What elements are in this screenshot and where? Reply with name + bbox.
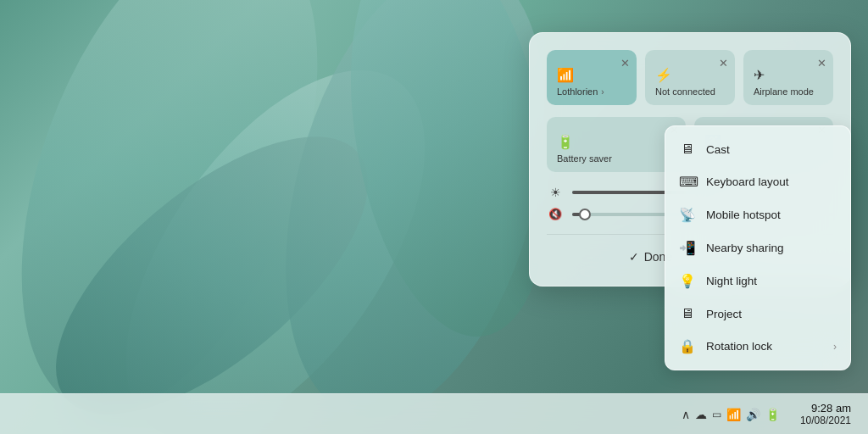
night-label: Night light	[706, 275, 757, 287]
tray-volume-icon: 🔊	[746, 408, 760, 421]
volume-icon: 🔇	[547, 208, 564, 220]
dropdown-item-night[interactable]: 💡 Night light	[665, 264, 850, 298]
battery-label: Battery saver	[557, 153, 676, 164]
dropdown-item-project[interactable]: 🖥 Project	[665, 298, 850, 330]
hotspot-label: Mobile hotspot	[706, 209, 781, 221]
dropdown-item-nearby[interactable]: 📲 Nearby sharing	[665, 231, 850, 264]
bluetooth-icon: ⚡	[655, 67, 725, 83]
tray-battery-icon: 🔋	[765, 408, 780, 421]
bt-pin-icon[interactable]: ✕	[719, 57, 728, 70]
tray-cloud-icon: ☁	[695, 408, 707, 421]
rotation-label: Rotation lock	[706, 340, 772, 353]
nearby-label: Nearby sharing	[706, 242, 784, 254]
keyboard-label: Keyboard layout	[706, 175, 789, 188]
cast-icon: 🖥	[679, 142, 696, 157]
dropdown-item-hotspot[interactable]: 📡 Mobile hotspot	[665, 198, 850, 231]
wifi-icon: 📶	[557, 67, 626, 83]
dropdown-item-cast[interactable]: 🖥 Cast	[665, 133, 850, 165]
night-icon: 💡	[679, 273, 696, 289]
dropdown-item-keyboard[interactable]: ⌨ Keyboard layout	[665, 165, 850, 198]
wifi-label: Lothlorien	[557, 86, 598, 97]
done-check-icon: ✓	[629, 250, 639, 264]
wifi-pin-icon[interactable]: ✕	[620, 57, 630, 70]
clock-widget[interactable]: 9:28 am 10/08/2021	[793, 398, 858, 430]
dropdown-scroll-arrow: ›	[833, 341, 837, 353]
tray-display-icon: ▭	[712, 409, 721, 420]
toggle-grid-row1: ✕ 📶 Lothlorien › ✕ ⚡ Not connected ✕ ✈ A…	[547, 50, 833, 105]
hotspot-icon: 📡	[679, 207, 696, 223]
bluetooth-label: Not connected	[655, 86, 725, 97]
project-icon: 🖥	[679, 306, 696, 321]
airplane-pin-icon[interactable]: ✕	[817, 57, 826, 70]
system-tray: ∧ ☁ ▭ 📶 🔊 🔋 9:28 am 10/08/2021	[675, 398, 858, 430]
tray-wifi-icon: 📶	[726, 408, 741, 421]
dropdown-item-rotation[interactable]: 🔒 Rotation lock ›	[665, 330, 850, 363]
clock-time: 9:28 am	[811, 402, 851, 415]
airplane-label: Airplane mode	[754, 86, 823, 97]
tray-overflow-area[interactable]: ∧ ☁ ▭ 📶 🔊 🔋	[675, 404, 787, 425]
nearby-icon: 📲	[679, 240, 696, 256]
cast-label: Cast	[706, 143, 730, 156]
project-label: Project	[706, 308, 742, 320]
keyboard-icon: ⌨	[679, 174, 696, 190]
battery-icon: 🔋	[557, 134, 676, 150]
taskbar: ∧ ☁ ▭ 📶 🔊 🔋 9:28 am 10/08/2021	[0, 393, 868, 434]
wifi-toggle[interactable]: ✕ 📶 Lothlorien ›	[547, 50, 637, 105]
bluetooth-toggle[interactable]: ✕ ⚡ Not connected	[645, 50, 735, 105]
tray-up-arrow-icon: ∧	[682, 408, 690, 421]
brightness-icon: ☀	[547, 186, 564, 199]
clock-date: 10/08/2021	[800, 415, 851, 426]
airplane-toggle[interactable]: ✕ ✈ Airplane mode	[743, 50, 833, 105]
dropdown-menu: 🖥 Cast ⌨ Keyboard layout 📡 Mobile hotspo…	[665, 125, 851, 370]
airplane-icon: ✈	[754, 67, 823, 83]
wifi-arrow: ›	[601, 87, 604, 97]
rotation-icon: 🔒	[679, 338, 696, 354]
volume-thumb[interactable]	[579, 209, 591, 220]
